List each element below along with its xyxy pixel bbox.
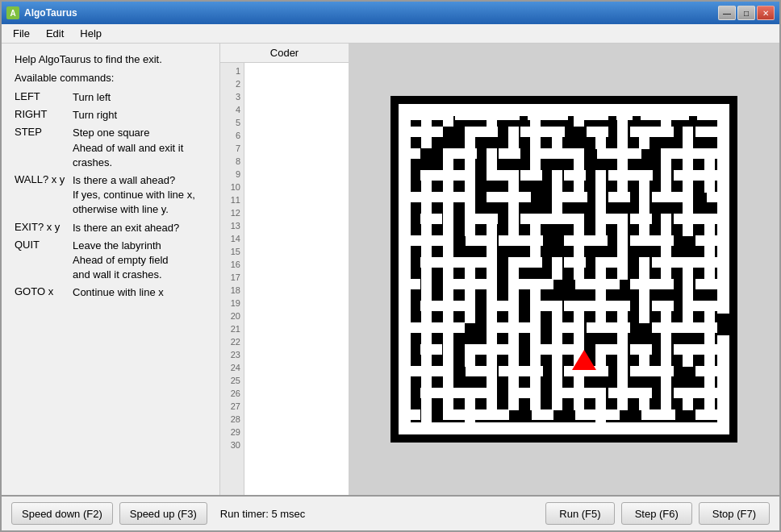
cmd-name-quit: QUIT (15, 239, 73, 283)
code-panel: Coder 1 2 3 4 5 6 7 8 9 10 11 12 13 14 (219, 44, 349, 495)
svg-rect-187 (617, 366, 628, 410)
svg-rect-186 (595, 388, 606, 432)
svg-rect-178 (421, 388, 432, 432)
cmd-desc-left: Turn left (73, 90, 111, 105)
svg-rect-122 (421, 214, 432, 258)
title-bar-left: A AlgoTaurus (6, 6, 77, 19)
svg-rect-144 (595, 257, 606, 280)
svg-rect-22 (499, 148, 520, 159)
maze-container (390, 96, 737, 443)
command-wall: WALL? x y Is there a wall ahead?If yes, … (15, 173, 207, 218)
command-goto: GOTO x Continue with line x (15, 285, 207, 300)
svg-rect-20 (399, 148, 420, 159)
line-num-22: 22 (220, 335, 244, 348)
code-panel-title: Coder (220, 44, 349, 63)
svg-rect-43 (674, 214, 729, 224)
line-num-18: 18 (220, 284, 244, 297)
cmd-desc-step: Step one squareAhead of wall and exit it… (73, 126, 207, 170)
line-num-11: 11 (220, 193, 244, 206)
svg-rect-104 (617, 104, 628, 148)
svg-rect-110 (465, 170, 475, 214)
svg-rect-88 (674, 388, 729, 398)
svg-rect-184 (552, 388, 562, 410)
menu-file[interactable]: File (5, 26, 38, 41)
svg-rect-166 (465, 344, 475, 367)
svg-rect-158 (595, 279, 606, 323)
svg-rect-147 (661, 235, 671, 280)
svg-rect-157 (574, 301, 584, 323)
svg-rect-180 (465, 388, 475, 432)
command-step: STEP Step one squareAhead of wall and ex… (15, 126, 207, 170)
svg-rect-109 (443, 148, 453, 193)
svg-rect-99 (508, 127, 519, 149)
line-num-9: 9 (220, 168, 244, 181)
command-right: RIGHT Turn right (15, 108, 207, 123)
svg-rect-100 (530, 104, 541, 148)
svg-rect-36 (652, 192, 686, 202)
help-text: Help AlgoTaurus to find the exit. (15, 53, 207, 65)
svg-rect-168 (508, 344, 519, 389)
svg-rect-13 (399, 422, 729, 434)
command-exit: EXIT? x y Is there an exit ahead? (15, 221, 207, 235)
run-button[interactable]: Run (F5) (545, 502, 614, 525)
code-textarea[interactable] (244, 63, 349, 495)
svg-rect-45 (466, 235, 487, 246)
menu-help[interactable]: Help (72, 26, 110, 41)
svg-rect-113 (530, 148, 541, 171)
svg-rect-143 (574, 235, 584, 280)
svg-rect-132 (639, 192, 649, 236)
maximize-button[interactable]: □ (737, 6, 755, 20)
svg-rect-148 (683, 257, 693, 280)
run-timer-label: Run timer: 5 msec (220, 508, 305, 520)
svg-rect-93 (641, 409, 675, 420)
cmd-desc-exit: Is there an exit ahead? (73, 221, 179, 235)
speed-up-button[interactable]: Speed up (F3) (119, 502, 207, 525)
main-content: Help AlgoTaurus to find the exit. Availa… (2, 44, 779, 495)
stop-button[interactable]: Stop (F7) (699, 502, 770, 525)
minimize-button[interactable]: — (718, 6, 736, 20)
svg-rect-47 (564, 235, 608, 246)
svg-rect-131 (617, 214, 628, 236)
title-bar-controls: — □ ✕ (718, 6, 775, 20)
speed-down-button[interactable]: Speed down (F2) (11, 502, 113, 525)
svg-rect-146 (639, 257, 649, 280)
command-left: LEFT Turn left (15, 90, 207, 105)
svg-rect-162 (683, 279, 693, 323)
line-num-10: 10 (220, 181, 244, 193)
command-quit: QUIT Leave the labyrinthAhead of empty f… (15, 239, 207, 283)
svg-rect-140 (508, 257, 519, 301)
svg-rect-159 (617, 301, 628, 323)
svg-rect-98 (487, 104, 497, 127)
menu-edit[interactable]: Edit (38, 26, 72, 41)
svg-rect-108 (421, 170, 432, 214)
svg-rect-169 (530, 322, 541, 367)
main-window: A AlgoTaurus — □ ✕ File Edit Help Help A… (0, 0, 781, 532)
svg-rect-102 (574, 104, 584, 127)
close-button[interactable]: ✕ (757, 6, 775, 20)
svg-rect-142 (552, 257, 562, 280)
svg-rect-18 (630, 127, 674, 137)
svg-rect-153 (487, 279, 497, 323)
step-button[interactable]: Step (F6) (621, 502, 692, 525)
line-num-14: 14 (220, 232, 244, 245)
menu-bar: File Edit Help (2, 24, 779, 44)
svg-rect-77 (674, 344, 729, 355)
cmd-name-wall: WALL? x y (15, 173, 73, 218)
svg-rect-95 (421, 104, 432, 148)
cmd-name-right: RIGHT (15, 108, 73, 123)
svg-rect-183 (530, 366, 541, 410)
svg-rect-164 (421, 344, 432, 389)
line-num-30: 30 (220, 438, 244, 451)
svg-rect-152 (465, 301, 475, 323)
svg-rect-154 (508, 301, 519, 345)
svg-rect-175 (661, 322, 671, 367)
svg-rect-44 (399, 235, 443, 246)
svg-rect-177 (704, 322, 715, 367)
svg-rect-106 (661, 104, 671, 127)
svg-rect-128 (552, 192, 562, 214)
cmd-desc-goto: Continue with line x (73, 285, 164, 300)
svg-rect-189 (661, 366, 671, 410)
svg-rect-118 (639, 170, 649, 193)
line-num-16: 16 (220, 258, 244, 271)
svg-rect-119 (661, 148, 671, 193)
